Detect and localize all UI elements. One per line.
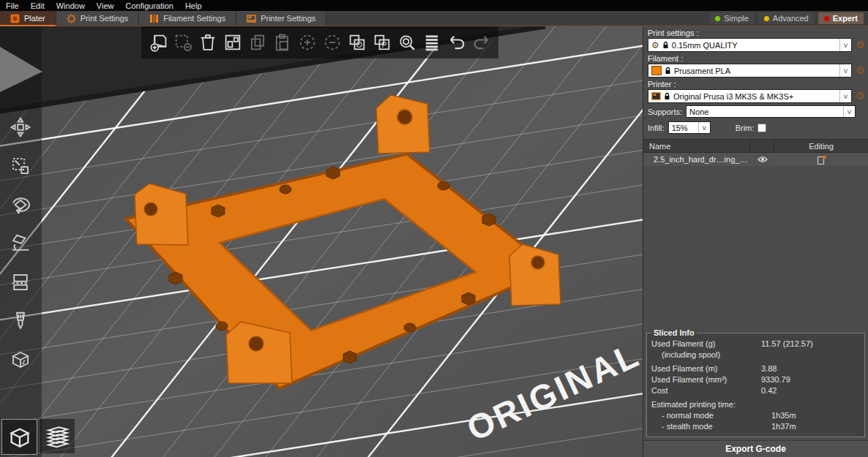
prusaslicer-window: File Edit Window View Configuration Help…: [0, 0, 868, 457]
tab-printer-settings[interactable]: Printer Settings: [236, 11, 326, 26]
tab-filament-settings[interactable]: Filament Settings: [139, 11, 236, 26]
place-on-face-tool-icon[interactable]: [5, 230, 36, 257]
sliced-info-row: - stealth mode1h37m: [651, 421, 860, 432]
split-to-objects-icon[interactable]: O: [346, 31, 368, 53]
menu-file[interactable]: File: [0, 1, 25, 11]
chevron-down-icon: ˅: [843, 106, 855, 117]
mode-label: Advanced: [773, 14, 809, 23]
svg-text:O: O: [356, 40, 362, 49]
menu-window[interactable]: Window: [50, 1, 91, 11]
split-to-parts-icon[interactable]: P: [371, 31, 393, 53]
preview-view-icon[interactable]: [40, 419, 75, 453]
arrange-icon[interactable]: [222, 31, 244, 53]
printer-combo[interactable]: Original Prusa i3 MK3S & MK3S+ ˅: [648, 89, 852, 103]
printer-gear-button[interactable]: ⚙: [855, 91, 866, 102]
chevron-down-icon: ˅: [698, 122, 710, 133]
mode-simple[interactable]: Simple: [709, 12, 755, 24]
delete-icon[interactable]: [172, 31, 194, 53]
filament-value: Prusament PLA: [674, 67, 837, 75]
column-editing: Editing: [774, 142, 868, 151]
filament-settings-icon: [149, 14, 159, 23]
filament-label: Filament :: [643, 52, 868, 64]
build-plate-scene: ORIGINAL P: [0, 26, 643, 457]
filament-combo[interactable]: Prusament PLA ˅: [648, 64, 852, 78]
plater-icon: [10, 14, 20, 23]
infill-value: 15%: [672, 124, 695, 132]
menu-help[interactable]: Help: [179, 1, 208, 11]
sliced-info-row: - normal mode1h35m: [651, 410, 860, 421]
move-tool-icon[interactable]: [5, 114, 36, 140]
object-list: Name Editing 2.5_inch_hard_dr…ing_bracke…: [643, 139, 868, 166]
mode-label: Simple: [724, 14, 749, 23]
brim-checkbox[interactable]: [757, 124, 766, 132]
eye-icon[interactable]: [757, 156, 768, 163]
undo-icon[interactable]: [446, 31, 468, 53]
lock-icon: [665, 67, 671, 75]
edit-object-icon[interactable]: [817, 155, 826, 165]
rotate-tool-icon[interactable]: [5, 192, 36, 218]
sliced-info-row: Estimated printing time:: [651, 399, 860, 410]
sliced-info-row: (including spool): [651, 350, 860, 360]
menu-edit[interactable]: Edit: [25, 1, 50, 11]
view-toggle: [1, 419, 75, 455]
add-instance-icon[interactable]: [296, 31, 318, 53]
scale-tool-icon[interactable]: [5, 153, 36, 179]
delete-all-icon[interactable]: [197, 31, 219, 53]
print-settings-gear-button[interactable]: ⚙: [855, 39, 866, 50]
expert-dot-icon: [824, 16, 829, 21]
mode-expert[interactable]: Expert: [818, 12, 864, 24]
variable-layer-height-icon[interactable]: [421, 31, 443, 53]
tab-label: Plater: [24, 14, 45, 23]
lock-icon: [664, 92, 670, 100]
object-row[interactable]: 2.5_inch_hard_dr…ing_bracket.stl: [643, 153, 868, 166]
chevron-down-icon: ˅: [839, 39, 851, 51]
printer-label: Printer :: [643, 78, 868, 89]
sidebar: Print settings : ⚙ 0.15mm QUALITY ˅ ⚙ Fi…: [643, 26, 868, 457]
3d-editor-view-icon[interactable]: [1, 419, 37, 455]
printer-value: Original Prusa i3 MK3S & MK3S+: [673, 92, 837, 101]
tab-label: Filament Settings: [163, 14, 225, 23]
tab-print-settings[interactable]: Print Settings: [56, 11, 139, 26]
print-settings-label: Print settings :: [643, 26, 868, 38]
remove-instance-icon[interactable]: [321, 31, 343, 53]
seam-tool-icon[interactable]: [5, 347, 36, 373]
print-settings-combo[interactable]: ⚙ 0.15mm QUALITY ˅: [648, 38, 852, 52]
filament-gear-button[interactable]: ⚙: [855, 65, 866, 76]
paste-icon[interactable]: [272, 31, 293, 53]
sliced-info-title: Sliced Info: [651, 328, 697, 337]
search-icon[interactable]: [396, 31, 418, 53]
profile-gear-icon: ⚙: [651, 41, 659, 50]
supports-combo[interactable]: None ˅: [686, 105, 856, 118]
sliced-info-row: Used Filament (mm³)9330.79: [651, 374, 860, 385]
menu-configuration[interactable]: Configuration: [119, 1, 179, 11]
mode-switcher: Simple Advanced Expert: [709, 11, 868, 26]
3d-viewport[interactable]: ORIGINAL P: [0, 26, 643, 457]
supports-label: Supports:: [648, 107, 682, 116]
mode-advanced[interactable]: Advanced: [758, 12, 815, 24]
svg-text:P: P: [381, 40, 386, 49]
object-name: 2.5_inch_hard_dr…ing_bracket.stl: [643, 155, 751, 164]
tab-plater[interactable]: Plater: [0, 11, 56, 26]
add-icon[interactable]: [147, 31, 169, 53]
infill-combo[interactable]: 15% ˅: [668, 121, 711, 134]
infill-label: Infill:: [648, 124, 665, 132]
filament-color-swatch: [651, 66, 662, 75]
plater-toolbar: O P: [141, 26, 498, 58]
tab-label: Print Settings: [81, 14, 128, 23]
column-name: Name: [643, 140, 750, 152]
gizmo-toolbar: [5, 114, 36, 373]
export-gcode-button[interactable]: Export G-code: [643, 440, 868, 457]
menu-view[interactable]: View: [91, 1, 120, 11]
brim-label: Brim:: [736, 124, 755, 132]
advanced-dot-icon: [764, 16, 769, 21]
redo-icon[interactable]: [471, 31, 493, 53]
printer-settings-icon: [247, 14, 256, 23]
copy-icon[interactable]: [247, 31, 269, 53]
lock-icon: [662, 41, 669, 49]
sliced-info-row: Used Filament (m)3.88: [651, 363, 860, 374]
print-settings-icon: [67, 14, 76, 23]
cut-tool-icon[interactable]: [5, 269, 36, 295]
paint-supports-tool-icon[interactable]: [5, 308, 36, 334]
printer-icon: [651, 92, 661, 100]
menu-bar: File Edit Window View Configuration Help: [0, 0, 868, 11]
